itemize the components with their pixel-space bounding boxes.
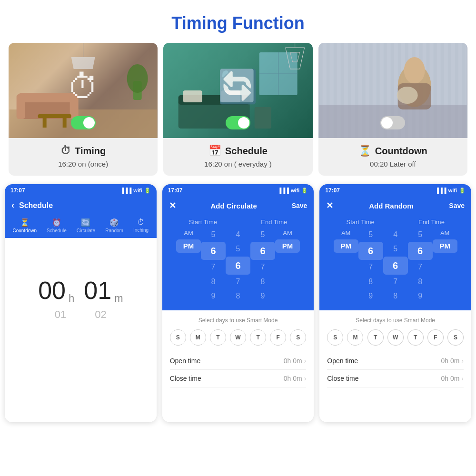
day-thu[interactable]: T: [250, 329, 266, 346]
page-title: Timing Function: [0, 0, 476, 43]
p3-col-min1: 4 5 6 7 8: [383, 228, 408, 304]
phone2-time: 17:07: [168, 187, 183, 194]
timing-card-title: ⏱ Timing: [13, 145, 153, 157]
countdown-display: 00 h 01 m: [11, 276, 150, 305]
tab-countdown[interactable]: ⏳ Countdown: [12, 218, 37, 233]
inching-tab-icon: ⏱: [137, 218, 145, 227]
phone1-status-bar: 17:07 ▐▐▐ wifi 🔋: [5, 184, 157, 197]
col-ampm2: AM PM — —: [275, 228, 300, 304]
feature-cards: ⏱ ⏱ Timing 16:20 on (once): [0, 43, 476, 176]
hourglass-icon: ⏳: [358, 145, 371, 157]
phone3-mockup: 17:07 ▐▐▐ wifi 🔋 ✕ Add Random Save Start…: [319, 184, 471, 422]
svg-rect-14: [183, 90, 202, 102]
phone2-time-columns[interactable]: AM PM — — 5 6 7 8 9 4 5 6 7 8: [162, 228, 314, 304]
svg-point-30: [397, 87, 417, 104]
phone1-header: ‹ Schedule: [5, 197, 157, 216]
phone1-body: 00 h 01 m 01 02: [5, 238, 157, 422]
phone1-tabs: ⏳ Countdown ⏰ Schedule 🔄 Circulate 🎲 Ran…: [5, 216, 157, 238]
day-wed[interactable]: W: [230, 329, 246, 346]
schedule-card-image: 🔄: [163, 43, 312, 138]
timing-overlay-icon: ⏱: [67, 68, 99, 105]
phone2-close-time-label: Close time: [170, 375, 201, 382]
day-fri[interactable]: F: [270, 329, 286, 346]
phone3-close-time-value: 0h 0m ›: [441, 375, 464, 382]
phone2-open-time-row[interactable]: Open time 0h 0m ›: [170, 352, 307, 370]
schedule-toggle[interactable]: [226, 116, 250, 129]
svg-rect-5: [38, 114, 71, 118]
col-ampm1: AM PM — —: [176, 228, 201, 304]
p3-day-sun[interactable]: S: [327, 329, 343, 346]
svg-rect-22: [255, 107, 271, 129]
countdown-card-title: ⏳ Countdown: [323, 145, 463, 157]
phone3-start-time-label: Start Time: [346, 218, 374, 226]
random-tab-icon: 🎲: [109, 218, 119, 227]
tab-schedule[interactable]: ⏰ Schedule: [47, 218, 67, 233]
timing-card-sub: 16:20 on (once): [13, 160, 153, 168]
phone3-header-title: Add Random: [369, 202, 413, 210]
circulate-tab-icon: 🔄: [81, 218, 90, 227]
phone2-save-button[interactable]: Save: [292, 202, 307, 209]
countdown-hours-value: 00: [38, 276, 66, 305]
inching-tab-label: Inching: [133, 228, 149, 233]
phone2-open-time-value: 0h 0m ›: [284, 357, 307, 365]
phone3-end-time-label: End Time: [418, 218, 445, 226]
phone3-header: ✕ Add Random Save: [319, 197, 471, 216]
phone2-time-picker: Start Time End Time AM PM — — 5 6 7 8 9: [162, 216, 314, 310]
timing-toggle[interactable]: [71, 116, 96, 129]
p3-day-tue[interactable]: T: [367, 329, 384, 346]
p3-col-hour1: 5 6 7 8 9: [358, 228, 383, 304]
phone3-time: 17:07: [325, 187, 340, 194]
countdown-card-sub: 00:20 Later off: [323, 160, 463, 168]
countdown-sub-hours: 01: [55, 308, 66, 321]
phone-row: 17:07 ▐▐▐ wifi 🔋 ‹ Schedule ⏳ Countdown …: [0, 184, 476, 422]
p3-day-fri[interactable]: F: [427, 329, 444, 346]
p3-day-wed[interactable]: W: [387, 329, 404, 346]
tab-random[interactable]: 🎲 Random: [105, 218, 123, 233]
phone2-header: ✕ Add Circulate Save: [162, 197, 314, 216]
close-time-chevron: ›: [304, 375, 307, 382]
phone2-close-button[interactable]: ✕: [169, 200, 176, 211]
phone2-bottom-panel: Select days to use Smart Mode S M T W T …: [162, 310, 314, 422]
tab-circulate[interactable]: 🔄 Circulate: [77, 218, 95, 233]
p3-day-mon[interactable]: M: [347, 329, 363, 346]
phone2-status-icons: ▐▐▐ wifi 🔋: [278, 188, 308, 194]
day-sat[interactable]: S: [290, 329, 306, 346]
phone3-bottom-panel: Select days to use Smart Mode S M T W T …: [319, 310, 471, 422]
schedule-card: 🔄 📅 Schedule 16:20 on ( everyday ): [163, 43, 312, 176]
day-tue[interactable]: T: [210, 329, 226, 346]
day-mon[interactable]: M: [190, 329, 206, 346]
p3-open-chevron: ›: [461, 357, 464, 365]
phone3-open-time-row[interactable]: Open time 0h 0m ›: [327, 352, 464, 370]
schedule-card-sub: 16:20 on ( everyday ): [168, 160, 307, 168]
countdown-sub-row: 01 02: [11, 305, 150, 321]
phone3-status-icons: ▐▐▐ wifi 🔋: [435, 188, 466, 194]
phone2-close-time-row[interactable]: Close time 0h 0m ›: [170, 370, 307, 387]
phone3-smart-mode-label: Select days to use Smart Mode: [327, 317, 464, 324]
countdown-tab-label: Countdown: [12, 228, 37, 233]
day-sun[interactable]: S: [170, 329, 186, 346]
p3-day-thu[interactable]: T: [407, 329, 424, 346]
countdown-hours-unit: h: [69, 292, 74, 305]
p3-day-sat[interactable]: S: [447, 329, 464, 346]
phone3-close-time-row[interactable]: Close time 0h 0m ›: [327, 370, 464, 387]
countdown-card-info: ⏳ Countdown 00:20 Later off: [318, 138, 467, 176]
p3-col-ampm1: AM PM — —: [334, 228, 358, 304]
countdown-toggle[interactable]: [380, 116, 405, 129]
countdown-tab-icon: ⏳: [20, 218, 30, 227]
p3-close-chevron: ›: [461, 375, 464, 382]
phone3-time-columns[interactable]: AM PM — — 5 6 7 8 9 4 5 6 7 8: [319, 228, 471, 304]
phone3-save-button[interactable]: Save: [449, 202, 465, 209]
start-time-label: Start Time: [189, 218, 217, 226]
phone3-close-button[interactable]: ✕: [326, 200, 333, 211]
countdown-hours-row: 00 h: [38, 276, 74, 305]
back-arrow-icon[interactable]: ‹: [11, 200, 14, 210]
countdown-sub-minutes: 02: [95, 308, 106, 321]
timing-card-info: ⏱ Timing 16:20 on (once): [9, 138, 158, 176]
phone1-mockup: 17:07 ▐▐▐ wifi 🔋 ‹ Schedule ⏳ Countdown …: [5, 184, 157, 422]
phone3-days-row: S M T W T F S: [327, 329, 464, 346]
phone1-header-title: Schedule: [19, 201, 53, 210]
tab-inching[interactable]: ⏱ Inching: [133, 218, 149, 233]
p3-col-hour2: 5 6 7 8 9: [408, 228, 433, 304]
phone3-status-bar: 17:07 ▐▐▐ wifi 🔋: [319, 184, 471, 197]
schedule-card-info: 📅 Schedule 16:20 on ( everyday ): [163, 138, 312, 176]
